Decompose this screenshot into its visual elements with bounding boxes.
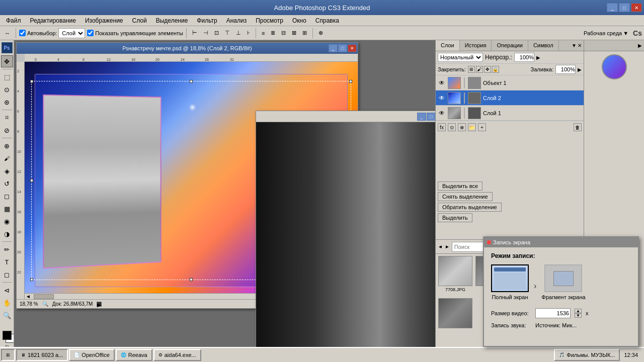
marquee-tool[interactable]: ⬚ — [1, 71, 13, 83]
layer-1-eye[interactable]: 👁 — [438, 94, 446, 102]
stamp-tool[interactable]: ◈ — [1, 165, 13, 177]
menu-help[interactable]: Справка — [311, 16, 343, 25]
new-layer-btn[interactable]: + — [478, 123, 486, 131]
opacity-arrow[interactable]: ▶ — [536, 55, 540, 60]
taskbar-item-2[interactable]: 🌐 Reeava — [116, 349, 152, 361]
layer-0-eye[interactable]: 👁 — [438, 79, 446, 87]
doc-controls[interactable]: _ □ ✕ — [329, 44, 357, 52]
quick-select-tool[interactable]: ⊛ — [1, 96, 13, 108]
scrollbar-thumb-h[interactable] — [34, 294, 54, 299]
maximize-btn[interactable]: □ — [619, 3, 630, 12]
menu-view[interactable]: Просмотр — [252, 16, 287, 25]
taskbar-item-0[interactable]: 🖥 1821 6023 а... — [16, 349, 68, 361]
deselect-btn[interactable]: Снять выделение — [438, 192, 493, 201]
taskbar-item-1[interactable]: 📄 OpenOffice — [69, 349, 114, 361]
shape-tool[interactable]: ◻ — [1, 268, 13, 281]
doc-minimize[interactable]: _ — [329, 44, 338, 52]
menu-layer[interactable]: Слой — [128, 16, 151, 25]
media-btn[interactable]: 🎵 Фильмы. МУЗЫК... — [554, 349, 620, 361]
add-mask-btn[interactable]: ⊙ — [448, 123, 456, 131]
layer-item-2[interactable]: 👁 Слой 1 — [436, 106, 584, 121]
thumb-item-0[interactable]: 7708.JPG — [438, 256, 473, 296]
auto-select-checkbox[interactable]: Автовыбор: Слой — [19, 28, 85, 38]
search-prev-btn[interactable]: ◄ — [438, 244, 443, 249]
taskbar-start[interactable]: ⊞ — [1, 349, 15, 361]
fill-arrow[interactable]: ▶ — [578, 67, 582, 72]
menu-edit[interactable]: Редактирование — [26, 16, 80, 25]
dist-2[interactable]: ≣ — [268, 29, 278, 37]
zoom-tool[interactable]: 🔍 — [1, 309, 13, 321]
nav-arrow[interactable]: ▶ — [97, 302, 102, 307]
menu-select[interactable]: Выделение — [152, 16, 192, 25]
pen-tool[interactable]: ✏ — [1, 243, 13, 255]
fg-color-swatch[interactable] — [3, 331, 12, 340]
panel-close-btn[interactable]: ✕ — [578, 43, 582, 48]
size-down-btn[interactable]: ▼ — [575, 313, 582, 318]
swatch-area[interactable] — [3, 331, 12, 340]
tab-history[interactable]: История — [460, 40, 492, 51]
far-right-expand[interactable]: ▶ — [638, 43, 642, 48]
dist-5[interactable]: ⊞ — [300, 29, 309, 37]
blur-tool[interactable]: ◉ — [1, 215, 13, 227]
layer-item-1[interactable]: 👁 Слой 2 — [436, 90, 584, 106]
lock-all-btn[interactable]: 🔒 — [492, 66, 499, 73]
dist-1[interactable]: ≡ — [259, 29, 267, 37]
brush-tool[interactable]: 🖌 — [1, 152, 13, 164]
select-all-btn[interactable]: Выделить все — [438, 182, 482, 191]
menu-window[interactable]: Окно — [288, 16, 310, 25]
align-top[interactable]: ⊤ — [222, 29, 232, 37]
record-mode-fullscreen[interactable]: Полный экран — [491, 264, 529, 300]
minimize-btn[interactable]: _ — [607, 3, 618, 12]
layer-item-0[interactable]: 👁 Объект 1 — [436, 75, 584, 90]
dodge-tool[interactable]: ◑ — [1, 228, 13, 240]
thumb-item-3[interactable] — [438, 298, 473, 338]
show-controls-checkbox[interactable]: Показать управляющие элементы — [87, 30, 183, 36]
dist-3[interactable]: ⊟ — [279, 29, 288, 37]
tab-operations[interactable]: Операции — [492, 40, 528, 51]
workspace-btn[interactable]: Рабочая среда ▼ — [581, 29, 631, 37]
doc2-maximize[interactable]: □ — [427, 113, 435, 121]
size-spinner[interactable]: ▲ ▼ — [575, 309, 582, 318]
lasso-tool[interactable]: ⊙ — [1, 83, 13, 96]
new-group-btn[interactable]: 📁 — [468, 123, 476, 131]
align-center-v[interactable]: ⊣ — [201, 29, 211, 37]
doc2-minimize[interactable]: _ — [417, 113, 426, 121]
dist-4[interactable]: ⊠ — [289, 29, 299, 37]
close-btn[interactable]: ✕ — [631, 3, 642, 12]
select-btn[interactable]: Выделить — [438, 213, 472, 222]
history-brush[interactable]: ↺ — [1, 177, 13, 190]
menu-analysis[interactable]: Анализ — [222, 16, 251, 25]
text-tool[interactable]: T — [1, 256, 13, 268]
size-input[interactable] — [535, 308, 571, 318]
opacity-input[interactable] — [514, 53, 534, 62]
doc-maximize[interactable]: □ — [338, 44, 347, 52]
align-right[interactable]: ⊡ — [212, 29, 221, 37]
tab-layers[interactable]: Слои — [436, 40, 460, 51]
menu-file[interactable]: Файл — [2, 16, 25, 25]
layer-2-eye[interactable]: 👁 — [438, 109, 446, 117]
align-left[interactable]: ⊢ — [190, 29, 200, 37]
slice-tool[interactable]: ⊘ — [1, 124, 13, 136]
add-adjustment-btn[interactable]: ⊕ — [458, 123, 466, 131]
lock-image-btn[interactable]: 🖌 — [476, 66, 483, 73]
fill-input[interactable] — [555, 65, 576, 74]
gradient-tool[interactable]: ▦ — [1, 203, 13, 215]
delete-layer-btn[interactable]: 🗑 — [574, 123, 582, 131]
blend-mode-select[interactable]: Нормальный — [438, 53, 483, 62]
size-up-btn[interactable]: ▲ — [575, 309, 582, 313]
menu-filter[interactable]: Фильтр — [193, 16, 221, 25]
healing-tool[interactable]: ⊕ — [1, 140, 13, 152]
invert-select-btn[interactable]: Обратить выделение — [438, 203, 502, 212]
search-next-btn[interactable]: ► — [445, 244, 450, 249]
tab-symbol[interactable]: Символ — [528, 40, 559, 51]
lock-position-btn[interactable]: ✥ — [484, 66, 491, 73]
doc-close[interactable]: ✕ — [348, 44, 357, 52]
crop-tool[interactable]: ⌗ — [1, 112, 13, 124]
scroll-left-btn[interactable]: ◄ — [25, 294, 32, 299]
eraser-tool[interactable]: ◻ — [1, 190, 13, 202]
panel-menu-btn[interactable]: ▼ — [572, 43, 577, 48]
move-tool[interactable]: ✥ — [1, 55, 13, 67]
menu-image[interactable]: Изображение — [81, 16, 127, 25]
arrange-btn[interactable]: ⊕ — [316, 29, 326, 37]
align-center-h[interactable]: ⊥ — [233, 29, 244, 37]
